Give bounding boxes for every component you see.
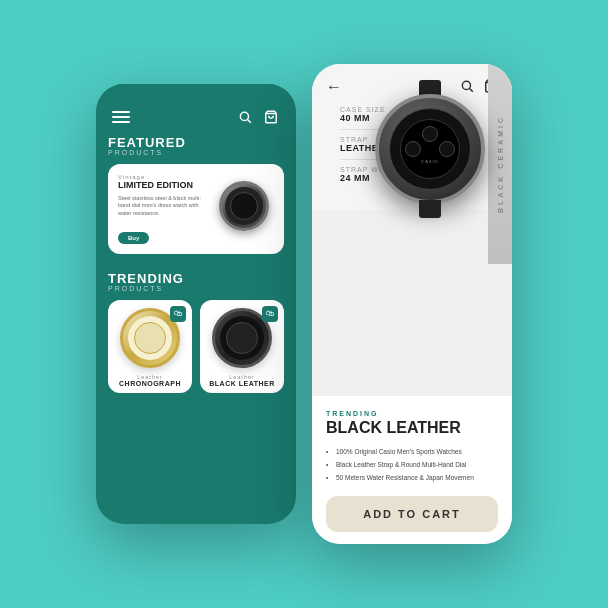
- watch-display: [219, 181, 269, 231]
- product-name-1: CHRONOGRAPH: [114, 380, 186, 387]
- features-list: 100% Original Casio Men's Sports Watches…: [326, 447, 498, 482]
- featured-title: FEATURED: [108, 136, 284, 149]
- watch-inner-gold: [134, 322, 166, 354]
- vertical-text: BLACK CERAMIC: [497, 115, 504, 213]
- hamburger-icon[interactable]: [112, 111, 130, 123]
- watch-overlay: CASIO: [370, 82, 490, 212]
- phones-container: FEATURED PRODUCTS Vintage LIMITED EDITIO…: [96, 64, 512, 544]
- subdial-right: [439, 141, 455, 157]
- big-watch: CASIO: [375, 94, 485, 204]
- big-watch-inner: CASIO: [400, 119, 460, 179]
- phone-right: CASIO BLACK CERAMIC ←: [312, 64, 512, 544]
- featured-card: Vintage LIMITED EDITION Steel stainless …: [108, 164, 284, 254]
- right-phone-bottom: TRENDING BLACK LEATHER 100% Original Cas…: [312, 396, 512, 544]
- watch-inner: [230, 192, 258, 220]
- left-header: [96, 102, 296, 136]
- search-icon[interactable]: [236, 108, 254, 126]
- big-watch-face: CASIO: [389, 108, 471, 190]
- product-badge-2: 🛍: [262, 306, 278, 322]
- watch-inner-dark: [226, 322, 258, 354]
- featured-subtitle: PRODUCTS: [108, 149, 284, 156]
- cart-icon[interactable]: [262, 108, 280, 126]
- products-grid: 🛍 Leather CHRONOGRAPH 🛍: [108, 300, 284, 393]
- product-name-2: BLACK LEATHER: [206, 380, 278, 387]
- watch-face: [225, 187, 263, 225]
- watch-face-gold: [128, 316, 172, 360]
- status-bar-left: [96, 84, 296, 102]
- trending-label-small: TRENDING: [326, 410, 498, 417]
- svg-point-0: [240, 112, 248, 120]
- product-badge-1: 🛍: [170, 306, 186, 322]
- watch-face-dark: [220, 316, 264, 360]
- header-icons: [236, 108, 280, 126]
- featured-watch: [219, 181, 274, 236]
- feature-3: 50 Meters Water Resistance & Japan Movem…: [326, 473, 498, 482]
- featured-desc: Steel stainless steel & black multi-band…: [118, 195, 211, 218]
- feature-2: Black Leather Strap & Round Multi-Hand D…: [326, 460, 498, 469]
- svg-line-1: [248, 120, 251, 123]
- featured-section: FEATURED PRODUCTS Vintage LIMITED EDITIO…: [96, 136, 296, 264]
- buy-button[interactable]: Buy: [118, 232, 149, 244]
- trending-title: TRENDING: [108, 272, 284, 285]
- subdial-top: [422, 126, 438, 142]
- feature-1: 100% Original Casio Men's Sports Watches: [326, 447, 498, 456]
- add-to-cart-button[interactable]: ADD TO CART: [326, 496, 498, 532]
- product-title-big: BLACK LEATHER: [326, 419, 498, 437]
- product-card-black-leather[interactable]: 🛍 Leather BLACK LEATHER: [200, 300, 284, 393]
- featured-card-text: Vintage LIMITED EDITION Steel stainless …: [118, 174, 211, 244]
- limited-title: LIMITED EDITION: [118, 180, 211, 191]
- vertical-text-container: BLACK CERAMIC: [488, 64, 512, 264]
- subdial-left: [405, 141, 421, 157]
- bag-icon: 🛍: [174, 309, 182, 318]
- strap-bottom: [419, 200, 441, 218]
- back-arrow-icon[interactable]: ←: [326, 78, 342, 96]
- bag-icon-2: 🛍: [266, 309, 274, 318]
- trending-section: TRENDING PRODUCTS 🛍 Leather CHRONOGRAPH: [96, 264, 296, 393]
- phone-left: FEATURED PRODUCTS Vintage LIMITED EDITIO…: [96, 84, 296, 524]
- watch-brand: CASIO: [421, 159, 438, 164]
- product-card-chronograph[interactable]: 🛍 Leather CHRONOGRAPH: [108, 300, 192, 393]
- trending-subtitle: PRODUCTS: [108, 285, 284, 292]
